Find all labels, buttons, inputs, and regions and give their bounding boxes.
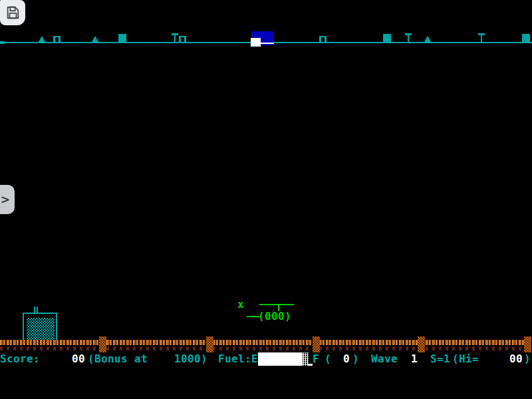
status-text: (Hi= — [452, 354, 479, 364]
status-text: 00 — [72, 354, 85, 364]
depot-roof — [23, 313, 57, 314]
radar-player-box — [251, 38, 261, 47]
status-text: 1 — [411, 354, 418, 364]
helicopter-tail-hook: ` — [238, 306, 245, 317]
status-text: (Bonus at — [88, 354, 148, 364]
status-text: Fuel:E — [218, 354, 258, 364]
fuel-gauge-fill — [258, 352, 303, 366]
fuel-depot — [23, 307, 57, 340]
status-text: F — [313, 354, 319, 364]
ground-subsoil — [0, 346, 532, 350]
floppy-disk-icon — [5, 5, 20, 20]
sidebar-toggle-button[interactable]: > — [0, 185, 15, 214]
radar-icon-block — [118, 34, 126, 42]
ground-post — [99, 336, 106, 352]
status-text: Wave — [371, 354, 398, 364]
radar-icon-tree — [92, 36, 98, 42]
radar-icon-building — [53, 36, 61, 42]
fuel-gauge-tick — [307, 364, 313, 366]
status-bar: Score:00(Bonus at1000)Fuel:EF(0)Wave1S=1… — [0, 0, 532, 399]
depot-tank-fill — [27, 318, 55, 340]
status-text: Score: — [0, 354, 40, 364]
ground-post — [524, 336, 531, 352]
depot-wall — [23, 313, 24, 340]
helicopter-body: (000) — [258, 311, 291, 322]
save-state-button[interactable] — [0, 0, 25, 25]
radar-icon-tower — [405, 33, 412, 42]
radar-icon-block — [383, 34, 391, 42]
helicopter-rotor — [259, 304, 294, 305]
status-text: 0 — [343, 354, 350, 364]
status-text: ) — [524, 354, 531, 364]
dos-game-screen[interactable]: x ` (000) Score:00(Bonus at1000)Fuel:EF(… — [0, 0, 532, 399]
radar-icon-building — [179, 36, 186, 42]
ground-post — [313, 336, 320, 352]
radar-player-underline — [261, 43, 274, 44]
chevron-right-icon: > — [1, 193, 10, 206]
radar-icon-block — [522, 34, 530, 42]
ground-post — [206, 336, 213, 352]
helicopter-sprite: x ` (000) — [236, 298, 297, 325]
status-text: ) — [352, 354, 359, 364]
ground-post — [418, 336, 425, 352]
status-text: 00 — [509, 354, 523, 364]
depot-chimney — [34, 307, 35, 313]
fuel-gauge-partial — [303, 352, 309, 366]
depot-wall — [56, 313, 57, 340]
radar-icon-tower — [172, 33, 178, 42]
radar-icon-tree — [39, 36, 45, 42]
status-text: S=1 — [430, 354, 450, 364]
status-text: 1000) — [174, 354, 207, 364]
radar-icon-tree — [424, 36, 431, 42]
depot-chimney — [37, 307, 38, 313]
radar-strip — [0, 0, 532, 60]
status-text: ( — [325, 354, 331, 364]
ground-surface — [0, 340, 532, 345]
radar-icon-building — [319, 36, 327, 42]
radar-icon-tower — [478, 33, 485, 42]
